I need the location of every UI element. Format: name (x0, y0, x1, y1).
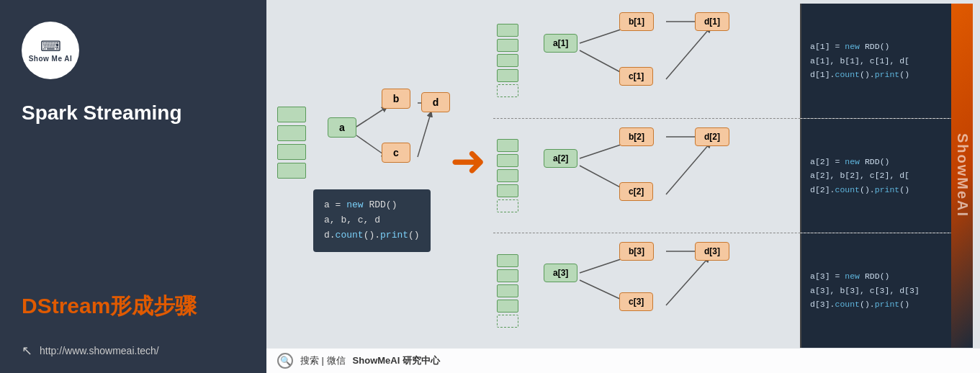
url-text: http://www.showmeai.tech/ (40, 345, 159, 356)
stream-nodes-2: a[2] b[2] c[2] d[2] (522, 119, 800, 233)
stream-node-a1: a[1] (544, 34, 577, 53)
code-line-1: a = new RDD() (324, 198, 420, 213)
rcode-2-1: a[2] = new RDD() (810, 155, 964, 169)
right-code-1: a[1] = new RDD() a[1], b[1], c[1], d[ d[… (800, 4, 973, 118)
stream-node-b3: b[3] (619, 242, 654, 261)
left-code-block: a = new RDD() a, b, c, d d.count().print… (313, 189, 431, 251)
stream-node-d1: d[1] (695, 12, 729, 31)
svg-line-3 (418, 114, 431, 157)
stream-row-1: a[1] b[1] c[1] d[1] a[1] = new RDD() a[1… (493, 4, 973, 119)
stream-nodes-1: a[1] b[1] c[1] d[1] (522, 4, 800, 118)
big-arrow: ➜ (450, 140, 486, 183)
rdd-stack-left (277, 107, 306, 179)
stream-row-3: a[3] b[3] c[3] d[3] a[3] = new RDD() a[3… (493, 233, 973, 348)
rdd-cell (277, 107, 306, 122)
node-d: d (421, 92, 450, 112)
stream-node-b2: b[2] (619, 127, 654, 146)
title-section: Spark Streaming (22, 101, 245, 125)
spark-title: Spark Streaming (22, 101, 245, 125)
stream-svg-2 (522, 119, 800, 233)
node-a: a (328, 117, 356, 138)
rcode-2-3: d[2].count().print() (810, 183, 964, 197)
rcode-2-2: a[2], b[2], c[2], d[ (810, 168, 964, 183)
sidebar: ⌨ Show Me AI Spark Streaming DStream形成步骤… (0, 0, 266, 373)
logo-text: Show Me AI (29, 55, 73, 63)
stream-svg-3 (522, 233, 800, 348)
url-area: ↖ http://www.showmeai.tech/ (22, 343, 245, 359)
svg-line-7 (666, 29, 709, 79)
stream-node-a3: a[3] (544, 264, 577, 282)
rcode-1-2: a[1], b[1], c[1], d[ (810, 54, 964, 68)
rcode-1-3: d[1].count().print() (810, 68, 964, 82)
footer-brand: ShowMeAI 研究中心 (353, 354, 440, 367)
rcode-3-1: a[3] = new RDD() (810, 269, 964, 284)
stream-node-c3: c[3] (619, 292, 653, 311)
stream-node-a2: a[2] (544, 149, 577, 168)
node-c: c (382, 143, 410, 163)
svg-line-0 (356, 108, 385, 127)
stream-stack-1 (493, 4, 522, 118)
logo-icon: ⌨ (40, 39, 61, 53)
node-diagram: a b c d (313, 78, 443, 186)
stream-row-2: a[2] b[2] c[2] d[2] a[2] = new RDD() a[2… (493, 119, 973, 234)
right-panel: a b c d a = new RDD() a, b, c, d d.count… (266, 0, 980, 373)
rdd-cell (277, 144, 306, 160)
stream-node-c2: c[2] (619, 182, 653, 201)
svg-line-1 (356, 135, 385, 156)
cursor-icon: ↖ (22, 343, 32, 359)
stream-stack-2 (493, 119, 522, 233)
footer-bar: 🔍 搜索 | 微信 ShowMeAI 研究中心 (266, 349, 980, 373)
rdd-cell (277, 163, 306, 179)
right-code-3: a[3] = new RDD() a[3], b[3], c[3], d[3] … (800, 233, 973, 348)
logo-area: ⌨ Show Me AI (22, 22, 245, 79)
footer-search-label: 搜索 | 微信 (300, 354, 346, 367)
dstream-section: DStream形成步骤 ↖ http://www.showmeai.tech/ (22, 292, 245, 359)
stream-nodes-3: a[3] b[3] c[3] d[3] (522, 233, 800, 348)
code-line-2: a, b, c, d (324, 213, 420, 228)
code-line-3: d.count().print() (324, 228, 420, 243)
stream-stack-3 (493, 233, 522, 348)
node-b: b (382, 89, 410, 109)
rdd-cell (277, 125, 306, 141)
streaming-diagram: a[1] b[1] c[1] d[1] a[1] = new RDD() a[1… (493, 4, 973, 348)
rcode-3-2: a[3], b[3], c[3], d[3] (810, 284, 964, 298)
svg-line-15 (666, 259, 708, 305)
stream-svg-1 (522, 4, 800, 118)
logo-circle: ⌨ Show Me AI (22, 22, 79, 79)
stream-node-b1: b[1] (619, 12, 654, 31)
dstream-title: DStream形成步骤 (22, 292, 245, 321)
watermark: ShowMeAI (951, 4, 973, 348)
stream-node-c1: c[1] (619, 67, 653, 86)
rcode-1-1: a[1] = new RDD() (810, 40, 964, 54)
stream-node-d3: d[3] (695, 242, 729, 261)
rcode-3-3: d[3].count().print() (810, 297, 964, 312)
stream-node-d2: d[2] (695, 127, 729, 146)
search-icon: 🔍 (277, 353, 293, 369)
svg-line-11 (666, 144, 709, 194)
right-code-2: a[2] = new RDD() a[2], b[2], c[2], d[ d[… (800, 119, 973, 233)
